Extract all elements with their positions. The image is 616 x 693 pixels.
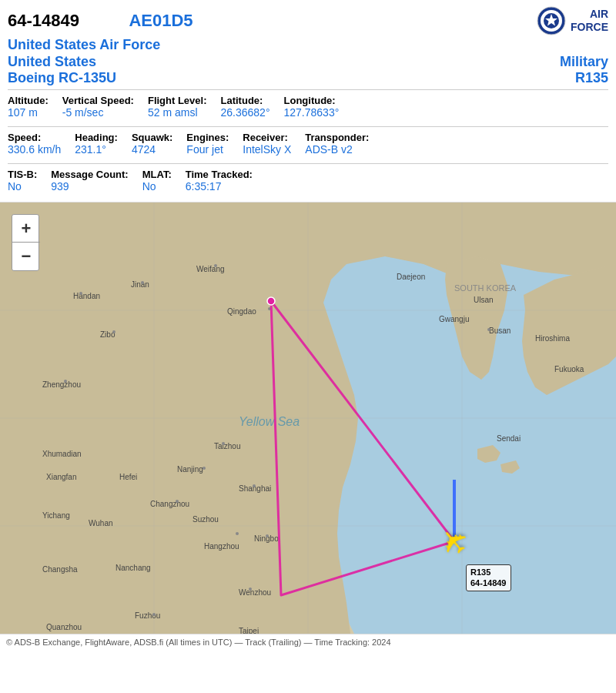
latitude-label: Latitude: — [221, 95, 270, 106]
svg-point-56 — [266, 534, 269, 537]
altitude-value: 107 m — [8, 106, 49, 119]
latitude-item: Latitude: 26.36682° — [221, 95, 270, 119]
footer-text: © ADS-B Exchange, FlightAware, ADSB.fi (… — [6, 638, 391, 647]
divider-3 — [8, 163, 608, 164]
transponder-item: Transponder: ADS-B v2 — [305, 132, 369, 156]
divider-1 — [8, 89, 608, 90]
svg-point-58 — [152, 613, 156, 616]
transponder-label: Transponder: — [305, 132, 369, 143]
svg-text:Nanchang: Nanchang — [116, 564, 151, 572]
svg-point-59 — [267, 297, 275, 305]
heading-item: Heading: 231.1° — [75, 132, 118, 156]
svg-text:Zhengzhou: Zhengzhou — [42, 380, 81, 389]
plane-label-type: R135 — [470, 567, 507, 578]
svg-text:Taizhou: Taizhou — [214, 442, 240, 450]
svg-text:Daejeon: Daejeon — [397, 273, 425, 281]
logo-line2: FORCE — [571, 21, 608, 34]
svg-text:Busan: Busan — [489, 326, 511, 335]
heading-value: 231.1° — [75, 143, 118, 156]
receiver-value: IntelSky X — [243, 143, 291, 156]
timetracked-value: 6:35:17 — [186, 180, 253, 192]
flevel-value: 52 m amsl — [148, 106, 207, 119]
mlat-label: MLAT: — [142, 169, 172, 180]
svg-text:Xiangfan: Xiangfan — [46, 473, 76, 481]
vspeed-value: -5 m/sec — [62, 106, 134, 119]
svg-text:Ulsan: Ulsan — [474, 296, 494, 304]
squawk-item: Squawk: 4724 — [132, 132, 172, 156]
mlat-value: No — [142, 180, 172, 192]
flight-id-callsign: 64-14849 AE01D5 — [8, 11, 193, 31]
speed-value: 330.6 km/h — [8, 143, 61, 156]
logo-line1: AIR — [571, 8, 608, 21]
svg-text:Hiroshima: Hiroshima — [535, 334, 570, 343]
vspeed-item: Vertical Speed: -5 m/sec — [62, 95, 134, 119]
callsign: AE01D5 — [129, 11, 192, 30]
msgcount-item: Message Count: 939 — [51, 169, 128, 192]
airline-name: United States Air Force — [8, 37, 608, 53]
msgcount-value: 939 — [51, 180, 128, 192]
svg-text:Yichang: Yichang — [42, 511, 70, 520]
flight-details-row1: Altitude: 107 m Vertical Speed: -5 m/sec… — [8, 93, 608, 123]
msgcount-label: Message Count: — [51, 169, 128, 180]
map-background: Yellow Sea SOUTH KOREA Handan Jinan Weif… — [0, 203, 616, 634]
flight-category: Military — [560, 54, 608, 70]
svg-text:Fuzhou: Fuzhou — [135, 611, 160, 620]
svg-point-50 — [487, 328, 490, 331]
svg-text:Hefei: Hefei — [119, 473, 137, 481]
svg-text:SOUTH KOREA: SOUTH KOREA — [454, 283, 517, 293]
zoom-in-button[interactable]: + — [12, 215, 40, 243]
header-row-3: United States Military — [8, 54, 608, 70]
svg-text:Changzhou: Changzhou — [150, 500, 189, 508]
svg-text:Suzhou: Suzhou — [192, 515, 219, 524]
receiver-item: Receiver: IntelSky X — [243, 132, 291, 156]
svg-text:Wenzhou: Wenzhou — [239, 588, 271, 597]
speed-item: Speed: 330.6 km/h — [8, 132, 61, 156]
svg-text:Wuhan: Wuhan — [89, 519, 113, 527]
plane-label-id: 64-14849 — [470, 578, 507, 588]
svg-text:Fukuoka: Fukuoka — [554, 365, 584, 373]
svg-text:Sendai: Sendai — [497, 434, 521, 443]
mlat-item: MLAT: No — [142, 169, 172, 192]
altitude-label: Altitude: — [8, 95, 49, 106]
tisb-value: No — [8, 180, 37, 192]
zoom-out-button[interactable]: − — [12, 243, 40, 270]
squawk-label: Squawk: — [132, 132, 172, 143]
svg-point-53 — [203, 467, 206, 470]
svg-text:Xhumadian: Xhumadian — [42, 450, 82, 458]
svg-point-44 — [79, 292, 82, 295]
plane-label: R135 64-14849 — [466, 564, 511, 591]
engines-value: Four jet — [186, 143, 229, 156]
flevel-item: Flight Level: 52 m amsl — [148, 95, 207, 119]
aircraft-type: Boeing RC-135U — [8, 70, 116, 86]
svg-point-57 — [249, 588, 252, 591]
longitude-value: 127.78633° — [284, 106, 340, 119]
svg-text:Changsha: Changsha — [42, 565, 78, 574]
engines-label: Engines: — [186, 132, 229, 143]
longitude-item: Longitude: 127.78633° — [284, 95, 340, 119]
af-shield-icon — [537, 6, 566, 35]
type-code: R135 — [575, 70, 608, 86]
latitude-value: 26.36682° — [221, 106, 270, 119]
svg-text:Taipei: Taipei — [239, 627, 259, 634]
svg-text:Quanzhou: Quanzhou — [46, 623, 82, 631]
transponder-value: ADS-B v2 — [305, 143, 369, 156]
svg-point-45 — [141, 281, 144, 284]
header-row-4: Boeing RC-135U R135 — [8, 70, 608, 86]
flevel-label: Flight Level: — [148, 95, 207, 106]
timetracked-label: Time Tracked: — [186, 169, 253, 180]
flight-header: 64-14849 AE01D5 AIR FORCE United States … — [0, 0, 616, 203]
svg-text:Qingdao: Qingdao — [227, 307, 256, 316]
zoom-controls[interactable]: + − — [12, 214, 39, 271]
vspeed-label: Vertical Speed: — [62, 95, 134, 106]
footer: © ADS-B Exchange, FlightAware, ADSB.fi (… — [0, 634, 616, 650]
svg-point-55 — [236, 532, 239, 535]
engines-item: Engines: Four jet — [186, 132, 229, 156]
map-container[interactable]: Yellow Sea SOUTH KOREA Handan Jinan Weif… — [0, 203, 616, 634]
flight-details-row2: Speed: 330.6 km/h Heading: 231.1° Squawk… — [8, 130, 608, 160]
svg-text:Hangzhou: Hangzhou — [204, 542, 239, 551]
svg-text:Weifang: Weifang — [196, 265, 225, 273]
tisb-label: TIS-B: — [8, 169, 37, 180]
svg-text:Nanjing: Nanjing — [177, 465, 203, 474]
svg-point-54 — [176, 500, 179, 503]
origin-country: United States — [8, 54, 96, 70]
